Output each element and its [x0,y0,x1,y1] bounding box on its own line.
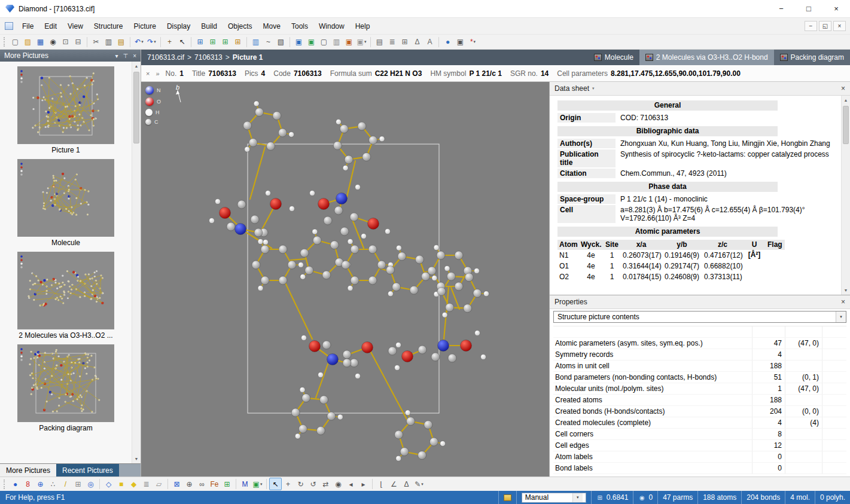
rotate-mode-icon[interactable]: ↻ [294,478,307,490]
picture-tab[interactable]: 2 Molecules via O3-H3..O2 H-bond [639,50,774,65]
picture-thumbnail[interactable]: Picture 1 [0,66,132,154]
yellow-plane-icon[interactable]: ■ [115,478,127,490]
molecule-rendering[interactable] [141,82,549,476]
measure-torsion-icon[interactable]: Δ [400,478,413,490]
infobar-close-icon[interactable]: × [146,70,150,77]
copy-icon[interactable]: ▥ [102,36,115,48]
molecule-mode-icon[interactable]: M [239,478,251,490]
measure-angle-icon[interactable]: ∠ [388,478,400,490]
menu-objects[interactable]: Objects [223,19,258,33]
connectivity-icon[interactable]: ∞ [196,478,208,490]
picture-layout-icon[interactable]: ▣ [343,36,355,48]
scroll-up-icon[interactable]: ▲ [842,96,850,105]
parameters-table-icon[interactable]: ⊞ [231,36,244,48]
povray-icon[interactable]: *▾ [467,36,479,48]
cell-grid-icon[interactable]: ⊞ [221,478,233,490]
atomic-table-row[interactable]: N14e10.26073(17)0.19146(9)0.47167(12) [557,250,839,261]
close-icon[interactable]: × [822,0,850,17]
menu-structure[interactable]: Structure [89,19,129,33]
property-row[interactable]: Molecular units (mol./polym. sites)1(47,… [553,383,846,395]
property-row[interactable]: Bond parameters (non-bonding contacts, H… [553,372,846,383]
panel-pin-icon[interactable]: ⊤ [123,53,128,59]
print-icon[interactable]: ⊟ [72,36,84,48]
menu-build[interactable]: Build [196,19,223,33]
properties-header[interactable]: Properties × [550,295,850,309]
child-restore-icon[interactable]: ◱ [819,21,831,31]
toolbar-grip[interactable] [4,37,6,47]
scroll-thumb[interactable] [843,106,849,144]
select-mode-icon[interactable]: ↖ [269,478,282,490]
select-icon[interactable]: ↖ [176,36,188,48]
chevron-down-icon[interactable]: ▾ [836,311,846,322]
pictures-tab-more[interactable]: More Pictures [0,464,56,476]
property-row[interactable]: Symmetry records4 [553,349,846,361]
print-preview-icon[interactable]: ⊡ [59,36,72,48]
child-minimize-icon[interactable]: − [805,21,817,31]
slab-icon[interactable]: ▱ [153,478,165,490]
filter-element-icon[interactable]: Fe [208,478,221,490]
datasheet-close-icon[interactable]: × [841,84,845,93]
scroll-down-icon[interactable]: ▼ [842,286,850,295]
structure-contents-dropdown[interactable]: Structure picture contents ▾ [553,311,846,323]
data-sheet-view-icon[interactable]: ▤ [373,36,386,48]
grow-shrink-icon[interactable]: ⊕ [183,478,196,490]
photo-icon[interactable]: ▣ [454,36,467,48]
menu-file[interactable]: File [17,19,39,33]
table-view-icon[interactable]: ⊞ [398,36,411,48]
chevron-down-icon[interactable]: ▾ [572,493,583,502]
picture-thumbnail[interactable]: 2 Molecules via O3-H3..O2 ... [0,252,132,340]
hexagon-build-icon[interactable]: ◇ [102,478,115,490]
structure-canvas[interactable]: NOHC b [141,82,549,476]
menu-view[interactable]: View [62,19,89,33]
picture-thumbnail[interactable]: Packing diagram [0,344,132,432]
translate-mode-icon[interactable]: ⇄ [319,478,332,490]
atomic-table-row[interactable]: O24e10.01784(15)0.24608(9)0.37313(11) [557,271,839,282]
picture-mode-icon[interactable]: ▣▾ [251,478,264,490]
paste-icon[interactable]: ▤ [115,36,127,48]
child-window-icon[interactable] [5,22,13,30]
bonds-table-icon[interactable]: ⊞ [219,36,231,48]
add-bonds-icon[interactable]: ∴ [47,478,59,490]
atoms-table-icon[interactable]: ⊞ [206,36,219,48]
property-row[interactable]: Bond labels0 [553,463,846,474]
scroll-track[interactable] [842,105,850,286]
menu-help[interactable]: Help [350,19,376,33]
property-row[interactable]: Atom labels0 [553,451,846,463]
pictures-tab-recent[interactable]: Recent Pictures [56,464,119,476]
rotate-z-mode-icon[interactable]: ↺ [307,478,319,490]
broom-destroy-icon[interactable]: / [59,478,72,490]
menu-edit[interactable]: Edit [39,19,62,33]
undo-icon[interactable]: ↶▾ [133,36,145,48]
datasheet-caret-icon[interactable]: ▾ [592,86,595,91]
mode-combobox[interactable]: Manual ▾ [522,493,586,503]
video-sequence-icon[interactable]: ▧ [275,36,287,48]
render-globe-icon[interactable]: ● [441,36,454,48]
pan-icon[interactable]: + [163,36,176,48]
new-document-icon[interactable]: ▢ [9,36,22,48]
scroll-track[interactable] [132,71,141,454]
redo-icon[interactable]: ↷▾ [145,36,158,48]
structure-table-icon[interactable]: ⊞ [194,36,206,48]
panel-close-icon[interactable]: × [133,53,136,59]
cut-icon[interactable]: ✂ [90,36,102,48]
menu-picture[interactable]: Picture [129,19,162,33]
infobar-expand-icon[interactable]: » [156,70,159,77]
save-file-icon[interactable]: ▦ [34,36,47,48]
menu-window[interactable]: Window [313,19,350,33]
packing-range-icon[interactable]: ⊠ [170,478,183,490]
draw-annotation-icon[interactable]: ✎▾ [413,478,425,490]
property-row[interactable]: Created molecules (complete)4(4) [553,417,846,429]
lattice-planes-icon[interactable]: ≣ [140,478,153,490]
scroll-down-icon[interactable]: ▼ [132,454,141,463]
copy-picture-icon[interactable]: ▥ [330,36,343,48]
open-file-icon[interactable]: ▨ [22,36,34,48]
property-row[interactable] [553,326,846,338]
picture-tab[interactable]: Packing diagram [774,50,850,65]
fill-cell-icon[interactable]: ⊞ [72,478,84,490]
pictures-scrollbar[interactable]: ▲ ▼ [132,62,141,463]
walk-forward-icon[interactable]: ▸ [357,478,370,490]
picture-thumbnail[interactable]: Molecule [0,159,132,247]
measure-distance-icon[interactable]: ⌊ [375,478,388,490]
distance-histogram-icon[interactable]: ▥ [249,36,262,48]
zoom-mode-icon[interactable]: ◉ [332,478,345,490]
